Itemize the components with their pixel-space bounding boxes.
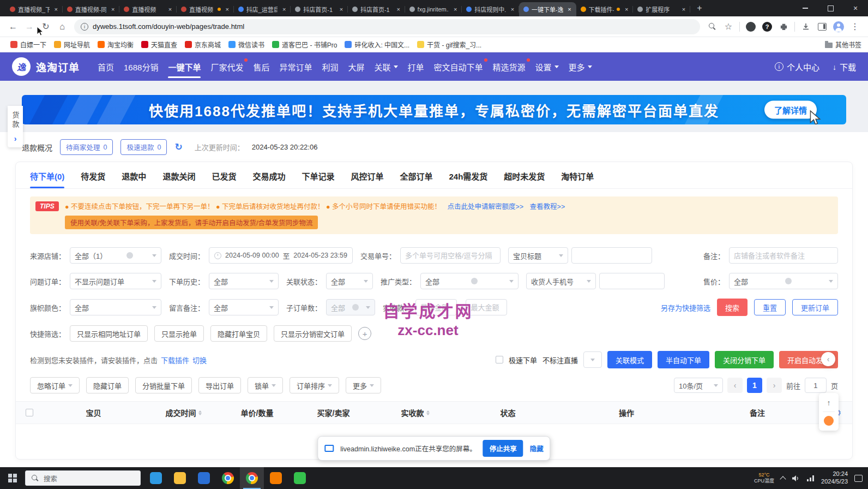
window-minimize-button[interactable] [793, 0, 818, 16]
suborder-count-select[interactable]: 全部 [326, 299, 375, 315]
batch-action-button[interactable]: 分销批量下单 [135, 377, 192, 393]
status-tab[interactable]: 交易成功 [252, 162, 285, 188]
download-link[interactable]: 下载 [833, 61, 856, 73]
nav-item[interactable]: 精选货源 [488, 52, 531, 81]
browser-tab[interactable]: 抖店首页-1 [291, 2, 348, 16]
status-tab[interactable]: 淘特订单 [561, 162, 594, 188]
taskbar-search[interactable]: 搜索 [25, 470, 141, 486]
refund-chip[interactable]: 待商家处理 0 [60, 139, 113, 155]
status-tab[interactable]: 超时未发货 [504, 162, 545, 188]
speaker-icon[interactable] [792, 475, 800, 482]
extension-icon[interactable] [743, 19, 758, 34]
bookmark-item[interactable]: 白嫖一下 [7, 38, 50, 51]
quick-filter-chip[interactable]: 隐藏打单宝贝 [210, 325, 267, 342]
quick-filter-chip[interactable]: 只显示抢单 [154, 325, 204, 342]
cpu-temp-widget[interactable]: 52°C CPU温度 [754, 472, 774, 484]
browser-tab[interactable]: 直播视频 [177, 2, 234, 16]
customer-service-button[interactable] [819, 414, 839, 427]
nav-item[interactable]: 打单 [403, 52, 429, 81]
sort-icon[interactable] [426, 409, 430, 417]
reset-button[interactable]: 重置 [754, 299, 786, 315]
side-panel-icon[interactable] [815, 19, 830, 34]
status-tab[interactable]: 待发货 [81, 162, 105, 188]
taskbar-app-icon[interactable] [264, 467, 288, 489]
refund-chip[interactable]: 极速退款 0 [120, 139, 167, 155]
side-drawer-tab[interactable]: 货款 › [8, 106, 23, 147]
browser-tab[interactable]: 直播视频 [119, 2, 177, 16]
window-maximize-button[interactable] [818, 0, 843, 16]
title-field-select[interactable]: 宝贝标题 [508, 247, 568, 264]
batch-action-button[interactable]: 更多 [346, 377, 381, 393]
tab-close-icon[interactable] [109, 5, 117, 13]
help-extension-icon[interactable]: ? [760, 19, 775, 34]
nav-item[interactable]: 设置 [531, 52, 564, 81]
browser-tab[interactable]: 抖店首页-1 [348, 2, 405, 16]
start-button[interactable] [0, 467, 25, 489]
tray-expand-icon[interactable] [780, 476, 786, 482]
title-keyword-input[interactable] [571, 247, 652, 264]
status-tab[interactable]: 退款中 [122, 162, 146, 188]
downloads-icon[interactable] [798, 19, 813, 34]
bookmarks-folder[interactable]: 其他书签 [825, 40, 861, 49]
nav-item[interactable]: 一键下单 [163, 52, 206, 81]
relation-mode-button[interactable]: 关联模式 [607, 351, 652, 368]
tab-close-icon[interactable] [451, 5, 459, 13]
taskbar-clock[interactable]: 20:24 2024/5/23 [821, 470, 848, 486]
taskbar-app-icon[interactable] [216, 467, 240, 489]
tips-link-quota[interactable]: 点击此处申请解密额度>> [448, 203, 524, 211]
current-page-button[interactable]: 1 [747, 378, 762, 393]
taskbar-app-icon[interactable] [240, 467, 264, 489]
browser-tab[interactable]: 一键下单-逸... [519, 2, 576, 16]
taskbar-app-icon[interactable] [192, 467, 216, 489]
search-button[interactable]: 搜索 [717, 299, 748, 316]
refresh-icon[interactable]: ↻ [174, 141, 182, 153]
nav-item[interactable]: 厂家代发 [206, 52, 248, 81]
flag-color-select[interactable]: 全部 [70, 299, 161, 315]
batch-action-button[interactable]: 导出订单 [198, 377, 241, 393]
price-select[interactable]: 全部 [729, 273, 838, 289]
tab-close-icon[interactable] [166, 5, 174, 13]
browser-tab[interactable]: 扩展程序 [633, 2, 690, 16]
table-column-header[interactable]: 实收款 [376, 407, 455, 418]
express-order-checkbox[interactable] [496, 356, 503, 363]
save-quick-filter-link[interactable]: 另存为快捷筛选 [661, 302, 710, 313]
taskbar-app-icon[interactable] [144, 467, 168, 489]
bookmark-item[interactable]: 京东商城 [181, 38, 225, 51]
browser-tab[interactable]: fxg.jinritem... [405, 2, 462, 16]
nav-item[interactable]: 更多 [564, 52, 597, 81]
bookmark-item[interactable]: 网址导航 [50, 38, 94, 51]
tab-close-icon[interactable] [623, 5, 630, 13]
sort-icon[interactable] [198, 409, 202, 417]
hide-share-bar-link[interactable]: 隐藏 [530, 443, 544, 454]
browser-tab[interactable]: 抖店规则中... [462, 2, 519, 16]
bookmark-item[interactable]: 碎化收入: 中国文... [341, 38, 413, 51]
tab-close-icon[interactable] [52, 5, 60, 13]
window-close-button[interactable]: × [843, 0, 868, 16]
nav-item[interactable]: 异常订单 [274, 52, 317, 81]
paid-min-input[interactable] [415, 299, 457, 315]
tab-close-icon[interactable] [566, 5, 574, 13]
nav-item[interactable]: 首页 [93, 52, 119, 81]
new-tab-button[interactable]: + [692, 1, 707, 15]
nav-item[interactable]: 1688分销 [119, 52, 163, 81]
network-icon[interactable] [806, 475, 815, 481]
browser-tab[interactable]: 直播视频_下 [5, 2, 63, 16]
paid-max-input[interactable] [466, 299, 507, 315]
bookmark-item[interactable]: 天猫直查 [137, 38, 181, 51]
close-distribution-button[interactable]: 关闭分销下单 [715, 351, 774, 368]
table-column-header[interactable]: 买家/卖家 [291, 407, 376, 418]
quick-filter-chip[interactable]: 只显示分销密文订单 [274, 325, 352, 342]
promo-banner[interactable]: 快使用1688代发推单吧！支持手机大单量推单，专属私密价，无需解密平台面单直发 … [22, 95, 846, 124]
order-no-input[interactable] [400, 247, 501, 264]
tab-close-icon[interactable] [337, 5, 345, 13]
home-icon[interactable]: ⌂ [55, 19, 70, 34]
bookmark-item[interactable]: 微信读书 [225, 38, 268, 51]
tab-close-icon[interactable] [509, 5, 516, 13]
semi-auto-order-button[interactable]: 半自动下单 [658, 351, 709, 368]
notification-center-icon[interactable] [854, 475, 863, 482]
page-size-select[interactable]: 10条/页 [674, 378, 723, 393]
bookmark-item[interactable]: 道客巴巴 - 书铺Pro [268, 38, 341, 51]
source-shop-select[interactable]: 全部（1） [70, 247, 161, 264]
nav-item[interactable]: 售后 [248, 52, 274, 81]
phone-input[interactable] [599, 273, 665, 289]
